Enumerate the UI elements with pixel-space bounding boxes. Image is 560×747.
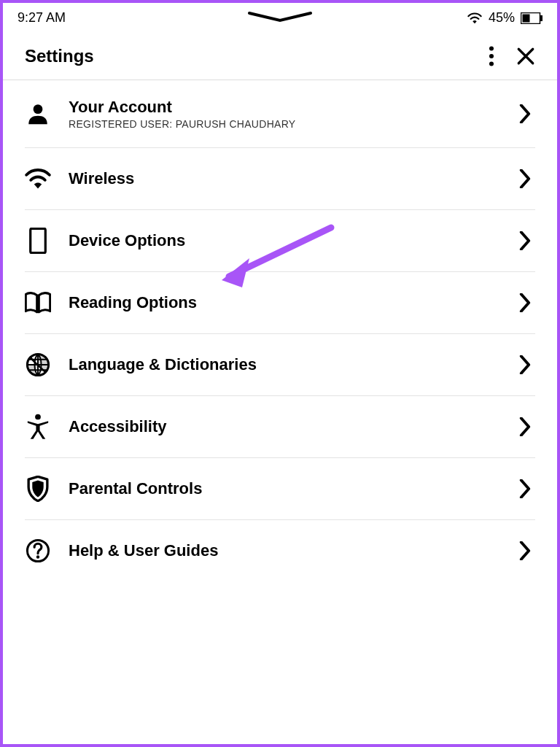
chevron-right-icon — [515, 355, 535, 375]
settings-item-parental-controls[interactable]: Parental Controls — [25, 458, 535, 520]
item-title: Parental Controls — [69, 479, 515, 498]
help-icon — [25, 538, 51, 564]
status-time: 9:27 AM — [18, 10, 66, 26]
svg-rect-2 — [540, 15, 542, 21]
settings-item-help[interactable]: Help & User Guides — [25, 520, 535, 581]
item-title: Reading Options — [69, 293, 515, 312]
item-content: Accessibility — [69, 417, 515, 436]
chevron-right-icon — [515, 104, 535, 124]
shield-icon — [25, 476, 51, 502]
chevron-right-icon — [515, 293, 535, 313]
item-title: Accessibility — [69, 417, 515, 436]
svg-point-4 — [489, 54, 494, 58]
battery-percent-label: 45% — [489, 10, 515, 26]
item-content: Help & User Guides — [69, 541, 515, 560]
item-title: Device Options — [69, 231, 515, 250]
settings-item-device-options[interactable]: Device Options — [25, 210, 535, 272]
svg-point-3 — [489, 46, 494, 50]
accessibility-icon — [25, 414, 51, 440]
page-title: Settings — [25, 46, 94, 66]
settings-item-wireless[interactable]: Wireless — [25, 148, 535, 210]
settings-item-language[interactable]: Language & Dictionaries — [25, 334, 535, 396]
close-icon[interactable] — [516, 47, 535, 66]
more-options-icon[interactable] — [489, 46, 494, 66]
svg-point-5 — [489, 61, 494, 66]
wifi-icon — [25, 166, 51, 192]
chevron-right-icon — [515, 231, 535, 251]
header-actions — [489, 46, 535, 66]
header: Settings — [3, 33, 557, 80]
settings-list: Your Account REGISTERED USER: PAURUSH CH… — [3, 80, 557, 581]
item-content: Device Options — [69, 231, 515, 250]
item-content: Parental Controls — [69, 479, 515, 498]
chevron-right-icon — [515, 417, 535, 437]
settings-item-your-account[interactable]: Your Account REGISTERED USER: PAURUSH CH… — [25, 80, 535, 148]
item-title: Your Account — [69, 98, 515, 117]
book-icon — [25, 290, 51, 316]
globe-icon — [25, 352, 51, 378]
svg-point-9 — [35, 414, 41, 420]
item-title: Wireless — [69, 169, 515, 188]
item-content: Language & Dictionaries — [69, 355, 515, 374]
item-subtitle: REGISTERED USER: PAURUSH CHAUDHARY — [69, 118, 515, 130]
item-title: Language & Dictionaries — [69, 355, 515, 374]
chevron-right-icon — [515, 541, 535, 561]
item-content: Wireless — [69, 169, 515, 188]
battery-icon — [521, 12, 542, 24]
chevron-right-icon — [515, 169, 535, 189]
item-content: Reading Options — [69, 293, 515, 312]
chevron-right-icon — [515, 479, 535, 499]
settings-item-accessibility[interactable]: Accessibility — [25, 396, 535, 458]
status-right: 45% — [467, 10, 542, 26]
account-icon — [25, 101, 51, 127]
svg-rect-1 — [523, 14, 530, 22]
device-icon — [25, 228, 51, 254]
svg-point-6 — [34, 104, 43, 114]
wifi-icon — [467, 12, 483, 25]
svg-rect-7 — [31, 229, 46, 253]
settings-item-reading-options[interactable]: Reading Options — [25, 272, 535, 334]
pulldown-indicator[interactable] — [244, 12, 316, 23]
item-content: Your Account REGISTERED USER: PAURUSH CH… — [69, 98, 515, 130]
item-title: Help & User Guides — [69, 541, 515, 560]
svg-point-11 — [36, 556, 39, 559]
